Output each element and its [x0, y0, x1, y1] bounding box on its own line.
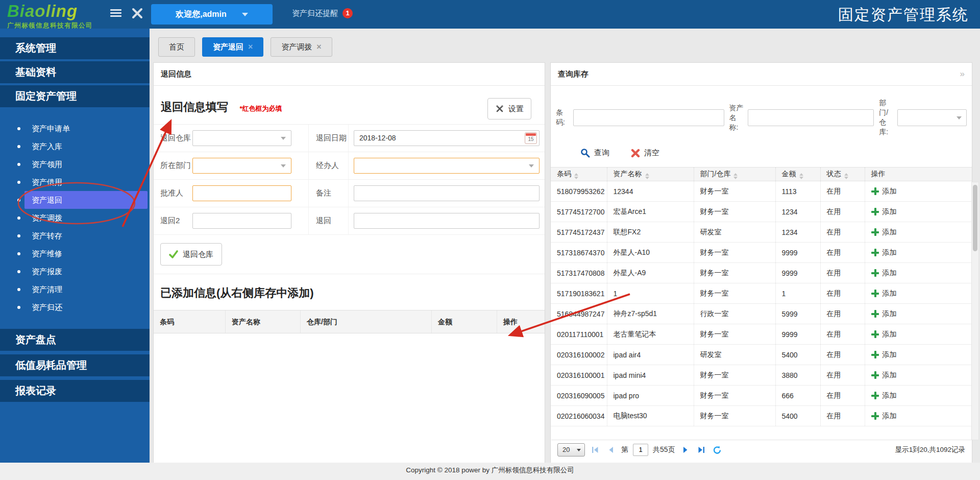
close-icon[interactable]: [131, 7, 143, 21]
col-asset-name[interactable]: 资产名称: [607, 167, 694, 181]
name-filter-input[interactable]: [748, 109, 874, 126]
sidebar-item-asset-cleanup[interactable]: 资产清理: [0, 280, 150, 298]
add-button[interactable]: 添加: [871, 228, 972, 237]
bullet-icon: [17, 181, 20, 184]
table-scrollbar[interactable]: [971, 182, 979, 440]
add-button[interactable]: 添加: [871, 350, 972, 359]
approver-input[interactable]: [192, 185, 291, 201]
sidebar-section-consumables[interactable]: 低值易耗品管理: [0, 354, 150, 376]
sidebar-item-asset-storage[interactable]: 资产转存: [0, 227, 150, 245]
add-button[interactable]: 添加: [871, 309, 972, 319]
dept-filter-label: 部门/仓库:: [879, 98, 894, 137]
reminder-label: 资产归还提醒: [292, 9, 338, 18]
return-info-panel: 退回信息 退回信息填写 *红色框为必填 设置 退回仓库 退回日期 2018-12…: [153, 62, 545, 464]
remark-input[interactable]: [354, 185, 540, 201]
sort-icon: [799, 173, 803, 179]
added-table-header: 条码 资产名称 仓库/部门 金额 操作: [154, 310, 545, 333]
page-prefix: 第: [621, 445, 628, 454]
tab-close-icon[interactable]: [248, 43, 253, 51]
col-amount[interactable]: 金额: [775, 167, 820, 181]
department-select[interactable]: [192, 158, 291, 174]
inventory-table: 条码 资产名称 部门/仓库 金额 状态 操作 51807995326212344…: [551, 167, 972, 426]
tab-asset-return[interactable]: 资产退回: [202, 37, 263, 57]
panel-title: 退回信息: [154, 63, 545, 86]
dept-filter-select[interactable]: [897, 109, 967, 126]
sidebar-section-basic-data[interactable]: 基础资料: [0, 61, 150, 83]
plus-icon: [871, 249, 879, 256]
return-warehouse-button[interactable]: 退回仓库: [160, 243, 222, 266]
sidebar-item-asset-giveback[interactable]: 资产归还: [0, 298, 150, 316]
inventory-filters: 条码: 资产名称: 部门/仓库:: [551, 86, 972, 139]
sidebar-item-asset-borrow[interactable]: 资产借用: [0, 173, 150, 191]
col-barcode[interactable]: 条码: [551, 167, 607, 181]
first-page-button[interactable]: [590, 444, 601, 455]
clear-button[interactable]: 清空: [631, 148, 659, 158]
sidebar-item-asset-requisition[interactable]: 资产领用: [0, 155, 150, 173]
sidebar-section-fixed-assets[interactable]: 固定资产管理: [0, 85, 150, 107]
pagination-bar: 20 第 共55页 显示1到20,共1092记录: [551, 440, 971, 459]
add-button[interactable]: 添加: [871, 412, 972, 421]
sidebar-section-system[interactable]: 系统管理: [0, 37, 150, 59]
sort-icon: [844, 173, 848, 179]
sidebar-section-asset-inventory[interactable]: 资产盘点: [0, 329, 150, 351]
asset-return-reminder[interactable]: 资产归还提醒 1: [292, 8, 353, 18]
col-dept-warehouse[interactable]: 部门/仓库: [694, 167, 775, 181]
pagination-summary: 显示1到20,共1092记录: [895, 445, 965, 454]
search-icon: [580, 148, 590, 158]
plus-icon: [871, 269, 879, 277]
add-button[interactable]: 添加: [871, 330, 972, 339]
col-status[interactable]: 状态: [820, 167, 865, 181]
return-date-field[interactable]: 2018-12-08: [354, 130, 540, 146]
plus-icon: [871, 412, 879, 420]
sidebar-item-asset-inbound[interactable]: 资产入库: [0, 137, 150, 155]
search-button[interactable]: 查询: [580, 148, 609, 158]
inventory-row: 517745172700宏基Arce1财务一室1234在用 添加: [551, 202, 972, 222]
handler-select[interactable]: [354, 158, 540, 174]
settings-button[interactable]: 设置: [487, 98, 531, 119]
collapse-icon[interactable]: »: [960, 63, 965, 85]
hamburger-icon[interactable]: [110, 8, 121, 18]
tab-close-icon[interactable]: [316, 43, 321, 51]
barcode-filter-input[interactable]: [573, 109, 724, 126]
added-col-amount: 金额: [432, 310, 497, 333]
logo-text: Biaoling: [7, 2, 93, 21]
add-button[interactable]: 添加: [871, 248, 972, 257]
sidebar-item-asset-return[interactable]: 资产退回: [0, 191, 150, 209]
refresh-icon[interactable]: [712, 444, 723, 455]
add-button[interactable]: 添加: [871, 391, 972, 400]
tab-asset-transfer[interactable]: 资产调拨: [271, 37, 332, 57]
sidebar-item-asset-repair[interactable]: 资产维修: [0, 245, 150, 262]
bullet-icon: [17, 163, 20, 166]
sidebar-item-asset-request[interactable]: 资产申请单: [0, 119, 150, 137]
prev-page-button[interactable]: [605, 444, 617, 455]
return-warehouse-select[interactable]: [192, 130, 291, 146]
return2-input[interactable]: [192, 213, 291, 229]
add-button[interactable]: 添加: [871, 187, 972, 196]
sidebar-item-asset-transfer[interactable]: 资产调拨: [0, 209, 150, 227]
add-button[interactable]: 添加: [871, 207, 972, 217]
page-size-select[interactable]: 20: [557, 443, 585, 457]
next-page-button[interactable]: [680, 444, 691, 455]
page-number-input[interactable]: [633, 444, 648, 456]
add-button[interactable]: 添加: [871, 269, 972, 278]
tab-home[interactable]: 首页: [158, 37, 195, 57]
last-page-button[interactable]: [696, 444, 707, 455]
add-button[interactable]: 添加: [871, 371, 972, 380]
add-button[interactable]: 添加: [871, 289, 972, 298]
plus-icon: [871, 371, 879, 379]
clear-x-icon: [631, 149, 640, 158]
scrollbar-thumb[interactable]: [973, 185, 977, 251]
bullet-icon: [17, 199, 20, 202]
logo[interactable]: Biaoling 广州标领信息科技有限公司: [7, 2, 93, 30]
bullet-icon: [17, 270, 20, 273]
plus-icon: [871, 351, 879, 358]
plus-icon: [871, 330, 879, 338]
welcome-admin-button[interactable]: 欢迎您,admin: [151, 4, 273, 25]
calendar-icon[interactable]: [525, 132, 537, 144]
inventory-row: 517317470808外星人-A9财务一室9999在用 添加: [551, 263, 972, 283]
return-input[interactable]: [354, 213, 540, 229]
sort-icon: [645, 173, 649, 179]
sidebar-item-asset-scrap[interactable]: 资产报废: [0, 262, 150, 280]
sidebar-section-reports[interactable]: 报表记录: [0, 380, 150, 402]
tab-bar: 首页 资产退回 资产调拨: [158, 37, 332, 57]
